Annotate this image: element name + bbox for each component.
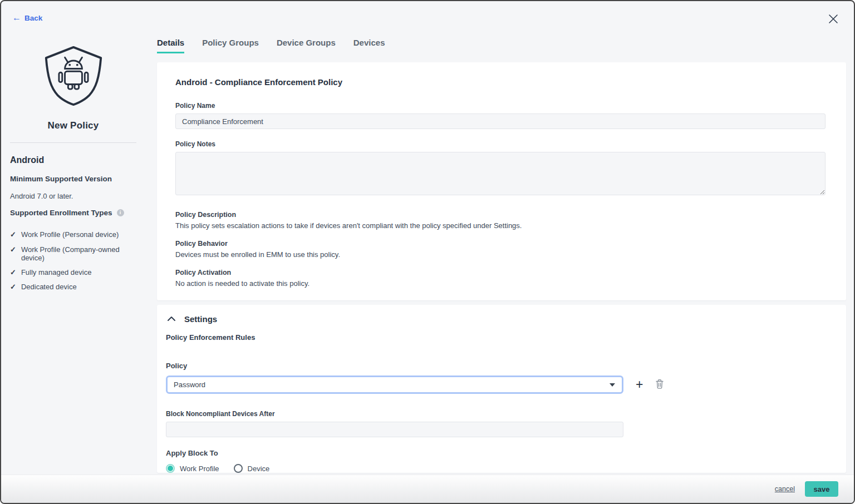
save-button[interactable]: save [805,481,838,497]
tab-details[interactable]: Details [157,38,184,53]
check-icon: ✓ [10,283,16,291]
delete-rule-button[interactable] [655,379,664,391]
radio-device[interactable]: Device [234,464,270,473]
sidebar-divider [10,142,136,143]
action-bar: cancel save [1,475,854,503]
block-noncompliant-label: Block Noncompliant Devices After [166,410,837,418]
min-version-value: Android 7.0 or later. [10,192,136,200]
enrollment-type-item: ✓ Work Profile (Personal device) [10,230,136,239]
enforcement-rules-label: Policy Enforcement Rules [166,333,837,342]
policy-title: New Policy [10,120,136,131]
enrollment-type-label: Work Profile (Personal device) [21,230,119,239]
apply-block-radio-group: Work Profile Device [166,464,837,473]
radio-label: Work Profile [180,465,219,473]
block-noncompliant-input[interactable] [166,422,623,437]
close-button[interactable] [826,12,841,27]
settings-title: Settings [184,314,217,324]
check-icon: ✓ [10,268,16,277]
radio-unselected-icon [234,464,243,473]
policy-behavior-label: Policy Behavior [175,240,825,248]
tab-device-groups[interactable]: Device Groups [277,38,336,53]
enrollment-types-label: Supported Enrollment Types [10,209,112,217]
enrollment-type-item: ✓ Fully managed device [10,268,136,277]
policy-editor-window: ← Back [0,0,855,504]
apply-block-to-label: Apply Block To [166,449,837,457]
min-version-label: Minimum Supported Version [10,175,136,183]
policy-description-label: Policy Description [175,211,825,219]
check-icon: ✓ [10,230,16,239]
chevron-down-icon [610,383,615,387]
policy-name-input[interactable] [175,113,825,129]
android-shield-icon [41,99,106,108]
trash-icon [655,379,664,391]
back-label: Back [24,14,42,22]
back-arrow-icon: ← [12,13,21,22]
radio-label: Device [248,465,270,473]
info-icon[interactable]: i [117,209,124,216]
policy-summary-sidebar: New Policy Android Minimum Supported Ver… [10,45,136,298]
tab-policy-groups[interactable]: Policy Groups [202,38,259,53]
policy-name-label: Policy Name [175,102,825,110]
radio-selected-icon [166,464,175,473]
policy-description-text: This policy sets escalation actions to t… [175,221,825,230]
back-link[interactable]: ← Back [12,13,42,22]
policy-activation-label: Policy Activation [175,269,825,276]
details-card: Android - Compliance Enforcement Policy … [157,62,846,300]
policy-select[interactable]: Password [166,375,623,394]
policy-select-value: Password [174,381,205,389]
policy-notes-textarea[interactable] [175,152,825,195]
check-icon: ✓ [10,245,16,254]
close-icon [827,18,839,27]
policy-main-panel: Details Policy Groups Device Groups Devi… [157,38,846,473]
settings-collapse-button[interactable] [166,314,177,324]
policy-tabs: Details Policy Groups Device Groups Devi… [157,38,846,53]
chevron-up-icon [167,315,176,323]
enrollment-type-label: Work Profile (Company-owned device) [21,245,136,262]
policy-select-label: Policy [166,362,837,370]
enrollment-type-item: ✓ Work Profile (Company-owned device) [10,245,136,262]
radio-work-profile[interactable]: Work Profile [166,464,219,473]
cancel-link[interactable]: cancel [775,485,795,493]
settings-card: Settings Policy Enforcement Rules Policy… [157,305,846,473]
enrollment-type-item: ✓ Dedicated device [10,283,136,291]
platform-heading: Android [10,155,136,165]
add-rule-button[interactable]: + [636,378,643,391]
enrollment-type-label: Dedicated device [21,283,77,291]
policy-activation-text: No action is needed to activate this pol… [175,279,825,288]
policy-behavior-text: Devices must be enrolled in EMM to use t… [175,250,825,259]
tab-devices[interactable]: Devices [353,38,385,53]
details-card-title: Android - Compliance Enforcement Policy [175,77,825,87]
enrollment-type-label: Fully managed device [21,268,91,276]
policy-notes-label: Policy Notes [175,140,825,148]
